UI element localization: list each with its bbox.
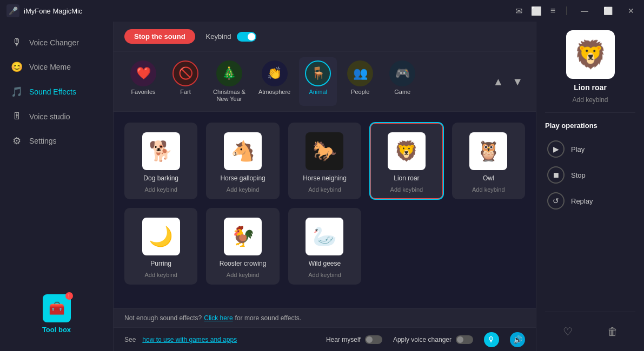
nav-label-voice-studio: Voice studio [29, 112, 70, 121]
window-icon[interactable]: ⬜ [531, 6, 542, 16]
animal-label: Animal [309, 89, 327, 96]
category-favorites[interactable]: ❤️ Favorites [124, 57, 162, 106]
sound-card-horse-galloping[interactable]: 🐴 Horse galloping Add keybind [206, 123, 279, 199]
horse-galloping-keybind[interactable]: Add keybind [227, 186, 260, 193]
wild-geese-keybind[interactable]: Add keybind [308, 272, 341, 278]
nav-item-voice-changer[interactable]: 🎙 Voice Changer [0, 30, 113, 55]
favorites-icon: ❤️ [130, 60, 156, 86]
title-bar: 🎤 iMyFone MagicMic ✉ ⬜ ≡ — ⬜ ✕ [0, 0, 644, 22]
right-panel-bottom: ♡ 🗑 [545, 312, 635, 342]
sound-bottom-bar: Not enough sound effects? Click here for… [114, 308, 536, 327]
dog-barking-image: 🐕 [142, 132, 180, 170]
sound-effects-icon: 🎵 [11, 86, 23, 98]
favorites-label: Favorites [131, 89, 155, 96]
nav-label-sound-effects: Sound Effects [29, 87, 76, 96]
nav-item-settings[interactable]: ⚙ Settings [0, 129, 113, 153]
toolbox-label: Tool box [42, 326, 71, 334]
play-label: Play [571, 145, 585, 153]
dog-barking-name: Dog barking [143, 174, 178, 182]
right-panel: 🦁 Lion roar Add keybind Play operations … [536, 22, 644, 351]
grid-wrapper: 🐕 Dog barking Add keybind 🐴 Horse gallop… [114, 112, 536, 327]
delete-button[interactable]: 🗑 [602, 321, 623, 342]
close-btn[interactable]: ✕ [625, 5, 638, 16]
category-fart[interactable]: 🚫 Fart [167, 57, 204, 106]
category-animal[interactable]: 🪑 Animal [299, 57, 337, 106]
hear-myself-toggle[interactable] [365, 335, 382, 344]
sound-grid: 🐕 Dog barking Add keybind 🐴 Horse gallop… [114, 112, 536, 308]
category-atmosphere[interactable]: 👏 Atmosphere [254, 57, 295, 106]
toolbox-button[interactable]: 🧰 ! [43, 294, 71, 322]
fart-icon: 🚫 [172, 60, 198, 86]
preview-image: 🦁 [566, 30, 615, 79]
minimize-btn[interactable]: — [577, 5, 592, 16]
stop-label: Stop [571, 171, 586, 179]
dog-barking-keybind[interactable]: Add keybind [144, 186, 177, 193]
stop-icon: ⏹ [547, 166, 565, 184]
category-bar: ❤️ Favorites 🚫 Fart 🎄 Christmas &New Yea… [114, 52, 536, 112]
sound-card-lion-roar[interactable]: 🦁 Lion roar Add keybind [370, 123, 443, 199]
mic-button[interactable]: 🎙 [484, 332, 499, 347]
christmas-label: Christmas &New Year [213, 89, 245, 103]
stop-button[interactable]: ⏹ Stop [545, 162, 635, 188]
content-area: Stop the sound Keybind ❤️ Favorites 🚫 Fa… [114, 22, 536, 351]
replay-icon: ↺ [547, 192, 565, 210]
click-here-link[interactable]: Click here [204, 314, 233, 322]
sound-card-wild-geese[interactable]: 🦢 Wild geese Add keybind [288, 208, 361, 285]
sound-card-owl[interactable]: 🦉 Owl Add keybind [452, 123, 525, 199]
sidebar-bottom: 🧰 ! Tool box [0, 286, 113, 342]
play-operations: Play operations ▶ Play ⏹ Stop ↺ Replay [545, 113, 635, 214]
christmas-icon: 🎄 [216, 60, 242, 86]
settings-icon: ⚙ [11, 135, 23, 147]
sound-card-purring[interactable]: 🌙 Purring Add keybind [124, 208, 197, 285]
category-game[interactable]: 🎮 Game [383, 57, 421, 106]
app-logo: 🎤 [6, 4, 19, 17]
purring-image: 🌙 [142, 218, 180, 255]
maximize-btn[interactable]: ⬜ [600, 5, 616, 16]
menu-icon[interactable]: ≡ [550, 6, 555, 16]
replay-label: Replay [571, 197, 593, 205]
nav-item-voice-meme[interactable]: 😊 Voice Meme [0, 55, 113, 79]
replay-button[interactable]: ↺ Replay [545, 188, 635, 214]
category-scroll-down[interactable]: ▼ [510, 73, 525, 90]
status-bar: See how to use with games and apps Hear … [114, 327, 536, 351]
purring-keybind[interactable]: Add keybind [144, 272, 177, 278]
people-label: People [351, 89, 369, 96]
horse-galloping-name: Horse galloping [220, 174, 265, 182]
hear-myself-row: Hear myself [326, 335, 382, 344]
rooster-crowing-keybind[interactable]: Add keybind [227, 272, 260, 278]
nav-item-voice-studio[interactable]: 🎚 Voice studio [0, 104, 113, 129]
keybind-toggle[interactable] [237, 32, 256, 42]
rooster-crowing-image: 🐓 [224, 218, 262, 255]
category-christmas[interactable]: 🎄 Christmas &New Year [209, 57, 250, 106]
horse-neighing-keybind[interactable]: Add keybind [308, 186, 341, 193]
lion-roar-keybind[interactable]: Add keybind [390, 186, 423, 193]
category-scroll-up[interactable]: ▲ [490, 73, 506, 90]
apply-voice-toggle[interactable] [456, 335, 473, 344]
keybind-label: Keybind [206, 32, 231, 40]
sound-card-dog-barking[interactable]: 🐕 Dog barking Add keybind [124, 123, 197, 199]
speaker-button[interactable]: 🔊 [510, 332, 525, 347]
nav-item-sound-effects[interactable]: 🎵 Sound Effects [0, 79, 113, 104]
how-to-use-link[interactable]: how to use with games and apps [142, 336, 237, 343]
apply-voice-row: Apply voice changer [393, 335, 473, 344]
sound-card-rooster-crowing[interactable]: 🐓 Rooster crowing Add keybind [206, 208, 279, 285]
hear-myself-label: Hear myself [326, 336, 361, 343]
category-people[interactable]: 👥 People [341, 57, 379, 106]
rooster-crowing-name: Rooster crowing [220, 260, 267, 267]
app-title: iMyFone MagicMic [24, 7, 515, 15]
fart-label: Fart [180, 89, 191, 96]
mail-icon[interactable]: ✉ [515, 6, 522, 16]
play-button[interactable]: ▶ Play [545, 136, 635, 162]
owl-keybind[interactable]: Add keybind [472, 186, 505, 193]
window-controls: ✉ ⬜ ≡ — ⬜ ✕ [515, 5, 638, 16]
preview-keybind[interactable]: Add keybind [572, 96, 608, 104]
divider [566, 6, 567, 15]
sound-card-horse-neighing[interactable]: 🐎 Horse neighing Add keybind [288, 123, 361, 199]
category-scroll: ❤️ Favorites 🚫 Fart 🎄 Christmas &New Yea… [124, 57, 486, 106]
apply-voice-label: Apply voice changer [393, 336, 452, 343]
wild-geese-image: 🦢 [306, 218, 343, 255]
top-bar: Stop the sound Keybind [114, 22, 536, 52]
stop-sound-button[interactable]: Stop the sound [124, 29, 195, 44]
favorite-button[interactable]: ♡ [557, 321, 579, 342]
people-icon: 👥 [347, 60, 373, 86]
